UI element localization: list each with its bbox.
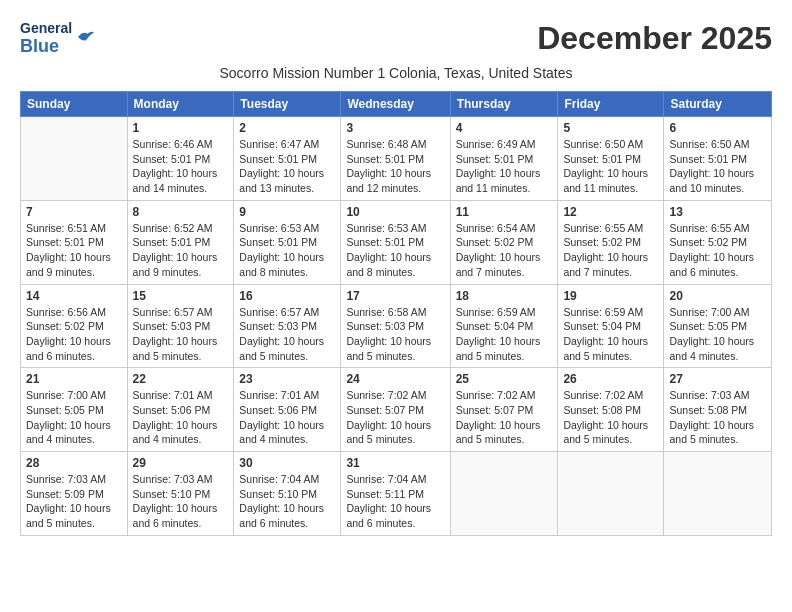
calendar-table: Sunday Monday Tuesday Wednesday Thursday…: [20, 91, 772, 536]
day-number: 18: [456, 289, 553, 303]
day-number: 31: [346, 456, 444, 470]
day-number: 5: [563, 121, 658, 135]
calendar-cell: 3Sunrise: 6:48 AMSunset: 5:01 PMDaylight…: [341, 117, 450, 201]
calendar-cell: 26Sunrise: 7:02 AMSunset: 5:08 PMDayligh…: [558, 368, 664, 452]
day-info: Sunrise: 7:03 AMSunset: 5:10 PMDaylight:…: [133, 472, 229, 531]
calendar-cell: 4Sunrise: 6:49 AMSunset: 5:01 PMDaylight…: [450, 117, 558, 201]
week-row-0: 1Sunrise: 6:46 AMSunset: 5:01 PMDaylight…: [21, 117, 772, 201]
day-info: Sunrise: 7:04 AMSunset: 5:11 PMDaylight:…: [346, 472, 444, 531]
day-info: Sunrise: 6:57 AMSunset: 5:03 PMDaylight:…: [133, 305, 229, 364]
day-number: 8: [133, 205, 229, 219]
calendar-cell: 23Sunrise: 7:01 AMSunset: 5:06 PMDayligh…: [234, 368, 341, 452]
day-info: Sunrise: 6:54 AMSunset: 5:02 PMDaylight:…: [456, 221, 553, 280]
day-info: Sunrise: 7:02 AMSunset: 5:08 PMDaylight:…: [563, 388, 658, 447]
calendar-cell: 30Sunrise: 7:04 AMSunset: 5:10 PMDayligh…: [234, 452, 341, 536]
calendar-cell: 2Sunrise: 6:47 AMSunset: 5:01 PMDaylight…: [234, 117, 341, 201]
day-info: Sunrise: 6:55 AMSunset: 5:02 PMDaylight:…: [563, 221, 658, 280]
day-info: Sunrise: 7:01 AMSunset: 5:06 PMDaylight:…: [133, 388, 229, 447]
col-sunday: Sunday: [21, 92, 128, 117]
subtitle: Socorro Mission Number 1 Colonia, Texas,…: [20, 65, 772, 81]
day-number: 29: [133, 456, 229, 470]
day-number: 1: [133, 121, 229, 135]
day-number: 4: [456, 121, 553, 135]
day-info: Sunrise: 6:59 AMSunset: 5:04 PMDaylight:…: [456, 305, 553, 364]
day-number: 24: [346, 372, 444, 386]
header: General Blue December 2025: [20, 20, 772, 57]
day-info: Sunrise: 7:00 AMSunset: 5:05 PMDaylight:…: [26, 388, 122, 447]
day-number: 12: [563, 205, 658, 219]
col-tuesday: Tuesday: [234, 92, 341, 117]
day-number: 22: [133, 372, 229, 386]
week-row-3: 21Sunrise: 7:00 AMSunset: 5:05 PMDayligh…: [21, 368, 772, 452]
day-info: Sunrise: 7:03 AMSunset: 5:09 PMDaylight:…: [26, 472, 122, 531]
day-info: Sunrise: 6:51 AMSunset: 5:01 PMDaylight:…: [26, 221, 122, 280]
calendar-cell: [558, 452, 664, 536]
calendar-cell: 10Sunrise: 6:53 AMSunset: 5:01 PMDayligh…: [341, 200, 450, 284]
calendar-cell: 21Sunrise: 7:00 AMSunset: 5:05 PMDayligh…: [21, 368, 128, 452]
calendar-cell: 11Sunrise: 6:54 AMSunset: 5:02 PMDayligh…: [450, 200, 558, 284]
day-number: 27: [669, 372, 766, 386]
day-info: Sunrise: 6:56 AMSunset: 5:02 PMDaylight:…: [26, 305, 122, 364]
day-number: 26: [563, 372, 658, 386]
day-number: 2: [239, 121, 335, 135]
calendar-cell: 19Sunrise: 6:59 AMSunset: 5:04 PMDayligh…: [558, 284, 664, 368]
day-number: 13: [669, 205, 766, 219]
month-title: December 2025: [537, 20, 772, 57]
day-number: 25: [456, 372, 553, 386]
day-number: 6: [669, 121, 766, 135]
logo-bird-icon: [76, 29, 96, 45]
day-info: Sunrise: 6:53 AMSunset: 5:01 PMDaylight:…: [239, 221, 335, 280]
calendar-cell: 27Sunrise: 7:03 AMSunset: 5:08 PMDayligh…: [664, 368, 772, 452]
calendar-body: 1Sunrise: 6:46 AMSunset: 5:01 PMDaylight…: [21, 117, 772, 536]
day-info: Sunrise: 6:52 AMSunset: 5:01 PMDaylight:…: [133, 221, 229, 280]
day-number: 7: [26, 205, 122, 219]
calendar-cell: 17Sunrise: 6:58 AMSunset: 5:03 PMDayligh…: [341, 284, 450, 368]
col-friday: Friday: [558, 92, 664, 117]
day-info: Sunrise: 6:58 AMSunset: 5:03 PMDaylight:…: [346, 305, 444, 364]
calendar-cell: 18Sunrise: 6:59 AMSunset: 5:04 PMDayligh…: [450, 284, 558, 368]
calendar-cell: 15Sunrise: 6:57 AMSunset: 5:03 PMDayligh…: [127, 284, 234, 368]
day-info: Sunrise: 6:46 AMSunset: 5:01 PMDaylight:…: [133, 137, 229, 196]
day-info: Sunrise: 6:49 AMSunset: 5:01 PMDaylight:…: [456, 137, 553, 196]
day-number: 16: [239, 289, 335, 303]
calendar-cell: 25Sunrise: 7:02 AMSunset: 5:07 PMDayligh…: [450, 368, 558, 452]
day-number: 28: [26, 456, 122, 470]
day-info: Sunrise: 7:04 AMSunset: 5:10 PMDaylight:…: [239, 472, 335, 531]
calendar-cell: 20Sunrise: 7:00 AMSunset: 5:05 PMDayligh…: [664, 284, 772, 368]
day-info: Sunrise: 7:02 AMSunset: 5:07 PMDaylight:…: [456, 388, 553, 447]
logo: General Blue: [20, 20, 96, 57]
day-number: 21: [26, 372, 122, 386]
day-number: 30: [239, 456, 335, 470]
day-number: 23: [239, 372, 335, 386]
day-info: Sunrise: 7:02 AMSunset: 5:07 PMDaylight:…: [346, 388, 444, 447]
calendar-cell: 13Sunrise: 6:55 AMSunset: 5:02 PMDayligh…: [664, 200, 772, 284]
day-info: Sunrise: 6:53 AMSunset: 5:01 PMDaylight:…: [346, 221, 444, 280]
week-row-4: 28Sunrise: 7:03 AMSunset: 5:09 PMDayligh…: [21, 452, 772, 536]
calendar-cell: 24Sunrise: 7:02 AMSunset: 5:07 PMDayligh…: [341, 368, 450, 452]
logo-line2: Blue: [20, 36, 72, 57]
calendar-cell: [450, 452, 558, 536]
calendar-cell: 1Sunrise: 6:46 AMSunset: 5:01 PMDaylight…: [127, 117, 234, 201]
days-of-week-row: Sunday Monday Tuesday Wednesday Thursday…: [21, 92, 772, 117]
calendar-cell: 14Sunrise: 6:56 AMSunset: 5:02 PMDayligh…: [21, 284, 128, 368]
day-number: 3: [346, 121, 444, 135]
calendar-cell: 5Sunrise: 6:50 AMSunset: 5:01 PMDaylight…: [558, 117, 664, 201]
day-info: Sunrise: 6:48 AMSunset: 5:01 PMDaylight:…: [346, 137, 444, 196]
calendar-cell: 22Sunrise: 7:01 AMSunset: 5:06 PMDayligh…: [127, 368, 234, 452]
calendar-cell: 31Sunrise: 7:04 AMSunset: 5:11 PMDayligh…: [341, 452, 450, 536]
col-wednesday: Wednesday: [341, 92, 450, 117]
day-number: 14: [26, 289, 122, 303]
calendar-header: Sunday Monday Tuesday Wednesday Thursday…: [21, 92, 772, 117]
day-number: 17: [346, 289, 444, 303]
logo-line1: General: [20, 20, 72, 36]
calendar-cell: 6Sunrise: 6:50 AMSunset: 5:01 PMDaylight…: [664, 117, 772, 201]
calendar-cell: [664, 452, 772, 536]
calendar-cell: [21, 117, 128, 201]
day-number: 19: [563, 289, 658, 303]
day-info: Sunrise: 6:47 AMSunset: 5:01 PMDaylight:…: [239, 137, 335, 196]
day-info: Sunrise: 6:50 AMSunset: 5:01 PMDaylight:…: [563, 137, 658, 196]
calendar-cell: 9Sunrise: 6:53 AMSunset: 5:01 PMDaylight…: [234, 200, 341, 284]
day-info: Sunrise: 7:03 AMSunset: 5:08 PMDaylight:…: [669, 388, 766, 447]
col-monday: Monday: [127, 92, 234, 117]
calendar-cell: 28Sunrise: 7:03 AMSunset: 5:09 PMDayligh…: [21, 452, 128, 536]
